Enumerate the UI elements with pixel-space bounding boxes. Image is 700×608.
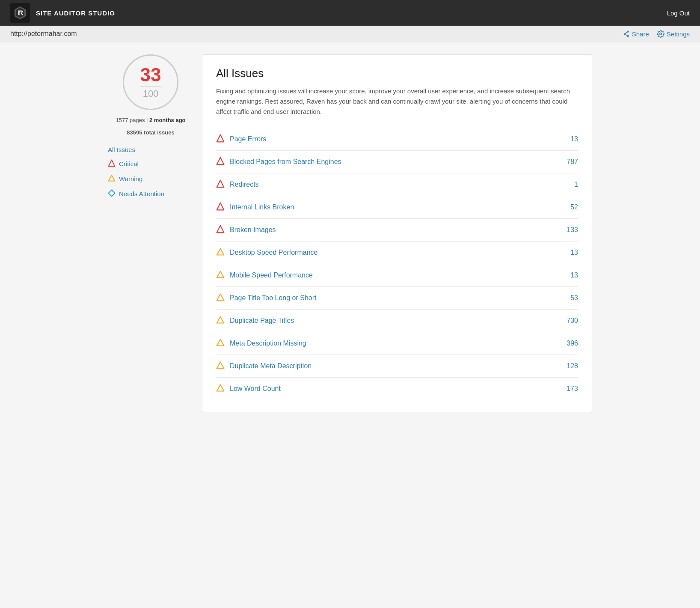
issue-name: Page Errors	[230, 135, 266, 143]
logo	[10, 3, 30, 23]
issue-name: Mobile Speed Performance	[230, 271, 313, 279]
issue-left: Duplicate Meta Description	[216, 361, 311, 371]
issue-row[interactable]: Desktop Speed Performance 13	[216, 241, 578, 264]
issue-count: 787	[567, 158, 578, 166]
issue-count: 173	[567, 385, 578, 393]
warning-icon	[216, 361, 225, 371]
share-icon	[622, 30, 630, 38]
app-header: SITE AUDITOR STUDIO Log Out	[0, 0, 700, 26]
issue-left: Desktop Speed Performance	[216, 247, 317, 258]
issues-title: All Issues	[216, 67, 578, 80]
critical-icon	[216, 157, 225, 167]
critical-icon	[216, 225, 225, 235]
main-content: 33 100 1577 pages | 2 months ago 83595 t…	[98, 42, 602, 424]
sidebar: 33 100 1577 pages | 2 months ago 83595 t…	[108, 54, 202, 412]
logout-button[interactable]: Log Out	[667, 9, 690, 17]
svg-point-3	[627, 31, 629, 32]
svg-marker-20	[217, 340, 224, 346]
issue-name: Low Word Count	[230, 385, 281, 393]
issue-count: 1	[574, 181, 578, 188]
issue-row[interactable]: Blocked Pages from Search Engines 787	[216, 151, 578, 173]
issue-left: Meta Description Missing	[216, 338, 306, 349]
svg-marker-16	[217, 249, 224, 255]
svg-marker-10	[109, 190, 115, 197]
issue-name: Blocked Pages from Search Engines	[230, 158, 341, 166]
score-circle-wrap: 33 100	[108, 54, 193, 110]
svg-line-6	[625, 34, 627, 36]
issue-row[interactable]: Low Word Count 173	[216, 378, 578, 400]
issues-description: Fixing and optimizing issues will increa…	[216, 86, 578, 117]
header-left: SITE AUDITOR STUDIO	[10, 3, 115, 23]
issue-count: 13	[570, 135, 578, 143]
issue-count: 13	[570, 271, 578, 279]
settings-icon	[657, 30, 664, 38]
nav-needs-attention[interactable]: Needs Attention	[108, 188, 193, 199]
issue-row[interactable]: Mobile Speed Performance 13	[216, 264, 578, 287]
score-number: 33	[140, 66, 161, 84]
issue-row[interactable]: Internal Links Broken 52	[216, 196, 578, 219]
issue-left: Blocked Pages from Search Engines	[216, 157, 341, 167]
critical-icon	[216, 134, 225, 144]
nav-warning[interactable]: Warning	[108, 173, 193, 184]
warning-icon	[216, 316, 225, 326]
svg-marker-11	[217, 135, 224, 142]
critical-icon	[216, 179, 225, 190]
issue-left: Broken Images	[216, 225, 276, 235]
svg-point-4	[627, 36, 629, 37]
critical-nav-icon	[108, 159, 116, 168]
issue-name: Redirects	[230, 181, 259, 188]
warning-icon	[216, 270, 225, 280]
site-url: http://petermahar.com	[10, 30, 77, 38]
svg-marker-17	[217, 271, 224, 278]
score-circle: 33 100	[123, 54, 178, 110]
issue-row[interactable]: Meta Description Missing 396	[216, 332, 578, 355]
issue-left: Duplicate Page Titles	[216, 316, 294, 326]
svg-line-5	[625, 32, 627, 34]
issue-row[interactable]: Duplicate Page Titles 730	[216, 310, 578, 332]
issue-row[interactable]: Page Title Too Long or Short 53	[216, 287, 578, 310]
svg-marker-9	[109, 175, 115, 181]
svg-marker-21	[217, 362, 224, 369]
subheader-actions: Share Settings	[622, 30, 690, 38]
warning-icon	[216, 338, 225, 349]
svg-marker-15	[217, 226, 224, 233]
svg-marker-22	[217, 385, 224, 391]
settings-button[interactable]: Settings	[657, 30, 690, 38]
issue-left: Low Word Count	[216, 384, 281, 394]
issue-name: Page Title Too Long or Short	[230, 294, 317, 302]
score-total: 100	[143, 88, 159, 99]
warning-icon	[216, 293, 225, 303]
issue-name: Duplicate Page Titles	[230, 317, 294, 325]
issue-row[interactable]: Page Errors 13	[216, 128, 578, 151]
critical-icon	[216, 202, 225, 212]
nav-critical[interactable]: Critical	[108, 158, 193, 169]
svg-marker-8	[109, 160, 115, 167]
issue-left: Redirects	[216, 179, 259, 190]
svg-marker-14	[217, 203, 224, 210]
score-divider	[140, 86, 161, 86]
svg-marker-18	[217, 294, 224, 301]
score-meta: 1577 pages | 2 months ago	[108, 117, 193, 123]
issues-list: Page Errors 13 Blocked Pages from Search…	[216, 128, 578, 400]
total-issues: 83595 total issues	[108, 129, 193, 136]
share-button[interactable]: Share	[622, 30, 649, 38]
attention-nav-icon	[108, 189, 116, 198]
issue-name: Duplicate Meta Description	[230, 362, 311, 370]
issue-left: Page Errors	[216, 134, 266, 144]
issue-row[interactable]: Broken Images 133	[216, 219, 578, 241]
sidebar-nav: All Issues Critical Warning	[108, 145, 193, 199]
issue-count: 53	[570, 294, 578, 302]
issues-panel: All Issues Fixing and optimizing issues …	[202, 54, 592, 412]
issue-row[interactable]: Redirects 1	[216, 173, 578, 196]
warning-icon	[216, 247, 225, 258]
issue-count: 128	[567, 362, 578, 370]
warning-icon	[216, 384, 225, 394]
issue-left: Mobile Speed Performance	[216, 270, 313, 280]
issue-name: Internal Links Broken	[230, 203, 294, 211]
issue-count: 396	[567, 340, 578, 347]
warning-nav-icon	[108, 174, 116, 183]
subheader: http://petermahar.com Share Settings	[0, 26, 700, 42]
nav-all-issues[interactable]: All Issues	[108, 145, 193, 154]
issue-left: Internal Links Broken	[216, 202, 294, 212]
issue-row[interactable]: Duplicate Meta Description 128	[216, 355, 578, 378]
